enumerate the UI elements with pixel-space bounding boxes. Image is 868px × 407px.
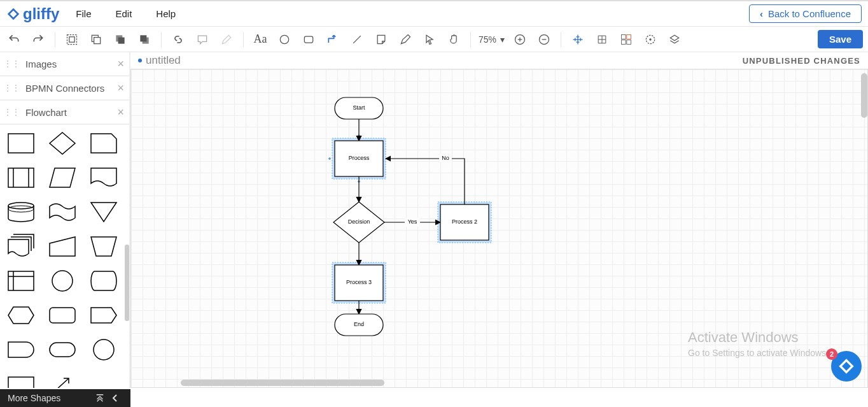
snap-grid-button[interactable] (569, 31, 587, 48)
menu-help[interactable]: Help (156, 8, 176, 19)
node-process[interactable]: Process (335, 141, 383, 176)
pointer-tool-button[interactable] (421, 31, 438, 48)
close-icon[interactable]: × (117, 106, 124, 119)
shape-tape[interactable] (48, 200, 77, 224)
watermark-line1: Activate Windows (688, 328, 829, 348)
shape-database[interactable] (6, 200, 36, 224)
svg-text:Process: Process (349, 155, 370, 161)
svg-text:Process 2: Process 2 (452, 218, 477, 225)
more-shapes-bar[interactable]: More Shapes (0, 389, 130, 407)
svg-point-8 (280, 35, 288, 43)
shape-predefined[interactable] (6, 166, 36, 190)
svg-marker-39 (91, 308, 116, 323)
node-decision[interactable]: Decision (333, 202, 384, 243)
category-row-bpmn[interactable]: ⋮⋮ BPMN Connectors × (0, 76, 129, 101)
send-back-button[interactable] (136, 31, 153, 48)
show-grid-button[interactable] (593, 31, 611, 48)
redo-button[interactable] (29, 31, 47, 48)
node-process3[interactable]: Process 3 (335, 265, 383, 301)
shape-document[interactable] (89, 166, 118, 190)
connector-tool-button[interactable] (324, 31, 342, 48)
svg-point-21 (649, 38, 651, 40)
edit-pencil-button[interactable] (218, 31, 235, 48)
svg-marker-32 (91, 237, 116, 256)
shape-display[interactable] (89, 269, 118, 293)
category-row-images[interactable]: ⋮⋮ Images × (0, 52, 129, 76)
menu-edit[interactable]: Edit (116, 8, 132, 19)
circle-shape-button[interactable] (276, 31, 293, 48)
watermark-line2: Go to Settings to activate Windows. (688, 347, 829, 360)
close-icon[interactable]: × (117, 82, 124, 95)
sidebar-scrollbar[interactable] (125, 245, 129, 321)
zoom-dropdown[interactable]: 75% ▾ (479, 34, 505, 45)
document-titlebar: untitled UNPUBLISHED CHANGES (130, 52, 868, 69)
rounded-rect-button[interactable] (300, 31, 318, 48)
node-end[interactable]: End (335, 314, 383, 336)
group-button[interactable] (63, 31, 81, 48)
shape-multi-doc[interactable] (6, 234, 36, 259)
edge-decision-yes[interactable]: Yes (384, 218, 440, 227)
guides-button[interactable] (617, 31, 635, 48)
svg-rect-9 (304, 36, 312, 43)
svg-rect-18 (622, 39, 626, 44)
svg-rect-3 (94, 37, 101, 43)
svg-text:Decision: Decision (348, 218, 370, 225)
shape-rectangle[interactable] (6, 131, 36, 155)
line-tool-button[interactable] (348, 31, 366, 48)
shape-parallelogram[interactable] (48, 166, 77, 190)
bring-front-button[interactable] (111, 31, 129, 48)
collapse-sidebar-icon[interactable] (108, 394, 123, 403)
shape-rounded-rect[interactable] (48, 303, 77, 327)
shape-connector-circle[interactable] (48, 269, 77, 293)
comment-button[interactable] (193, 31, 211, 48)
assistant-bubble[interactable]: 2 (831, 351, 862, 382)
svg-text:No: No (442, 155, 449, 161)
pan-tool-button[interactable] (445, 31, 463, 48)
undo-button[interactable] (5, 31, 23, 48)
node-start[interactable]: Start (335, 97, 383, 119)
shape-terminator[interactable] (48, 338, 77, 362)
svg-point-36 (52, 271, 73, 291)
more-shapes-expand-icon[interactable] (92, 394, 108, 403)
link-button[interactable] (169, 31, 187, 48)
text-tool-button[interactable]: Aa (251, 31, 269, 48)
zoom-in-button[interactable] (511, 31, 529, 48)
shape-hexagon[interactable] (6, 303, 36, 327)
shape-card[interactable] (89, 131, 118, 155)
document-title[interactable]: untitled (146, 54, 181, 67)
back-to-confluence-button[interactable]: ‹ Back to Confluence (749, 4, 862, 23)
shape-diamond[interactable] (48, 131, 77, 155)
svg-rect-24 (8, 168, 34, 187)
shape-delay[interactable] (6, 338, 36, 362)
chevron-left-icon: ‹ (760, 8, 763, 19)
node-process2[interactable]: Process 2 (440, 204, 489, 240)
canvas-horizontal-scrollbar[interactable] (181, 380, 384, 386)
canvas-vertical-scrollbar[interactable] (861, 73, 867, 118)
close-icon[interactable]: × (117, 57, 124, 71)
svg-text:Process 3: Process 3 (346, 279, 372, 285)
shape-arrow-ne[interactable] (48, 372, 77, 388)
draw-tool-button[interactable] (396, 31, 414, 48)
note-button[interactable] (372, 31, 390, 48)
shape-circle[interactable] (89, 338, 118, 362)
shape-manual-input[interactable] (48, 234, 77, 259)
more-shapes-label: More Shapes (8, 393, 92, 403)
themes-button[interactable] (641, 31, 659, 48)
shape-trapezoid[interactable] (89, 234, 118, 259)
edge-process2-no[interactable]: No (386, 154, 465, 204)
layers-button[interactable] (666, 31, 683, 48)
copy-button[interactable] (87, 31, 105, 48)
shape-rect-small[interactable] (6, 372, 36, 388)
svg-rect-38 (50, 308, 75, 323)
svg-rect-0 (67, 34, 77, 44)
save-button[interactable]: Save (818, 30, 863, 48)
grip-icon: ⋮⋮ (4, 108, 20, 117)
category-row-flowchart[interactable]: ⋮⋮ Flowchart × (0, 101, 129, 125)
shape-triangle-down[interactable] (89, 200, 118, 224)
menu-file[interactable]: File (76, 8, 91, 19)
svg-rect-1 (69, 36, 74, 41)
shape-offpage[interactable] (89, 303, 118, 327)
shape-internal-storage[interactable] (6, 269, 36, 293)
zoom-out-button[interactable] (535, 31, 553, 48)
svg-rect-17 (627, 34, 631, 39)
